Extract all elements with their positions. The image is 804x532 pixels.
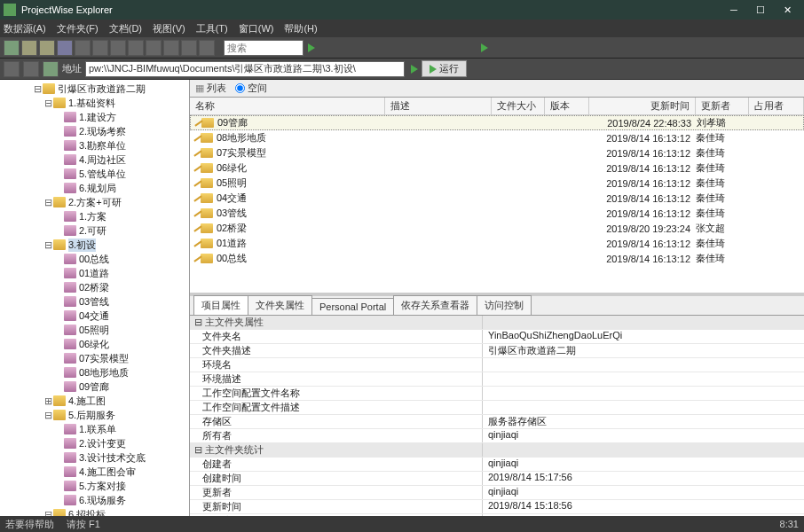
close-button[interactable]: ✕	[774, 0, 800, 20]
tree-node[interactable]: 5.管线单位	[0, 167, 189, 181]
list-row[interactable]: 08地形地质2019/8/14 16:13:12秦佳琦	[190, 130, 804, 145]
menu-item[interactable]: 工具(T)	[196, 22, 228, 35]
list-row[interactable]: 09管廊2019/8/24 22:48:33刘孝璐	[190, 115, 804, 130]
search-go-icon[interactable]	[308, 43, 315, 52]
tree-node[interactable]: 00总线	[0, 252, 189, 266]
prop-row[interactable]: 工作空间配置文件描述	[190, 401, 804, 415]
col-occ[interactable]: 占用者	[749, 98, 804, 114]
tree-node[interactable]: 09管廊	[0, 379, 189, 394]
tree-node[interactable]: 06绿化	[0, 337, 189, 351]
minimize-button[interactable]: ─	[721, 0, 747, 20]
tree-node[interactable]: ⊟引爆区市政道路二期	[0, 82, 189, 96]
tree-node[interactable]: 1.方案	[0, 209, 189, 223]
tree-node[interactable]: 02桥梁	[0, 280, 189, 294]
address-input[interactable]	[85, 61, 405, 77]
menu-item[interactable]: 帮助(H)	[284, 22, 317, 35]
prop-tab[interactable]: 项目属性	[193, 295, 248, 315]
expand-icon[interactable]: ⊞	[43, 395, 53, 407]
maximize-button[interactable]: ☐	[747, 0, 774, 20]
prop-tab[interactable]: 访问控制	[477, 295, 532, 315]
play-icon[interactable]	[481, 43, 488, 52]
tree-node[interactable]: 6.规划局	[0, 181, 189, 195]
tool-btn[interactable]	[57, 40, 73, 56]
menu-item[interactable]: 文档(D)	[109, 22, 142, 35]
expand-icon[interactable]: ⊟	[43, 98, 53, 109]
list-row[interactable]: 05照明2019/8/14 16:13:12秦佳琦	[190, 176, 804, 191]
tree-node[interactable]: ⊟5.后期服务	[0, 408, 189, 422]
tree-node[interactable]: 4.施工图会审	[0, 465, 189, 479]
col-size[interactable]: 文件大小	[492, 98, 545, 114]
expand-icon[interactable]: ⊟	[43, 197, 53, 208]
col-upd[interactable]: 更新时间	[589, 98, 696, 114]
tree-node[interactable]: 04交通	[0, 309, 189, 323]
tree-node[interactable]: ⊟1.基础资料	[0, 96, 189, 110]
prop-row[interactable]: 文件夹名YinBaoQuShiZhengDaoLuErQi	[190, 330, 804, 344]
nav-up-button[interactable]	[43, 61, 59, 77]
tree-node[interactable]: 3.勘察单位	[0, 138, 189, 153]
list-row[interactable]: 07实景模型2019/8/14 16:13:12秦佳琦	[190, 145, 804, 160]
tree-node[interactable]: ⊟2.方案+可研	[0, 195, 189, 209]
expand-icon[interactable]: ⊟	[32, 83, 43, 95]
menu-item[interactable]: 视图(V)	[153, 22, 185, 35]
tool-btn[interactable]	[110, 40, 126, 56]
prop-row[interactable]: 更新者qinjiaqi	[190, 486, 804, 500]
tree-node[interactable]: ⊞4.施工图	[0, 394, 189, 408]
tool-btn[interactable]	[39, 40, 55, 56]
expand-icon[interactable]: ⊟	[43, 239, 53, 251]
tool-btn[interactable]	[128, 40, 144, 56]
menu-item[interactable]: 窗口(W)	[239, 22, 274, 35]
tree-node[interactable]: 2.可研	[0, 223, 189, 238]
prop-tab[interactable]: 依存关系查看器	[393, 295, 477, 315]
tree-node[interactable]: 1.联系单	[0, 422, 189, 436]
list-row[interactable]: 03管线2019/8/14 16:13:12秦佳琦	[190, 206, 804, 221]
col-ver[interactable]: 版本	[545, 98, 589, 114]
prop-row[interactable]: 更新时间2019/8/14 15:18:56	[190, 500, 804, 514]
tree-node[interactable]: 08地形地质	[0, 365, 189, 379]
list-row[interactable]: 06绿化2019/8/14 16:13:12秦佳琦	[190, 160, 804, 176]
menu-item[interactable]: 数据源(A)	[4, 22, 46, 35]
tree-node[interactable]: 2.现场考察	[0, 124, 189, 138]
prop-row[interactable]: 创建者qinjiaqi	[190, 458, 804, 472]
prop-group[interactable]: ⊟ 主文件夹属性	[190, 316, 804, 330]
tree-node[interactable]: 05照明	[0, 323, 189, 337]
tree-node[interactable]: ⊟3.初设	[0, 238, 189, 252]
tool-btn[interactable]	[146, 40, 162, 56]
prop-row[interactable]: 环境名	[190, 358, 804, 372]
nav-fwd-button[interactable]	[23, 61, 39, 77]
tab-list[interactable]: ▦列表	[195, 82, 226, 95]
prop-row[interactable]: 所有者qinjiaqi	[190, 429, 804, 443]
prop-row[interactable]: 工作空间配置文件名称	[190, 387, 804, 401]
prop-row[interactable]: 创建时间2019/8/14 15:17:56	[190, 472, 804, 486]
tool-btn[interactable]	[75, 40, 91, 56]
tree-node[interactable]: 2.设计变更	[0, 436, 189, 450]
tree-node[interactable]: 3.设计技术交底	[0, 450, 189, 465]
run-button[interactable]: 运行	[422, 60, 467, 77]
tree-node[interactable]: 5.方案对接	[0, 479, 189, 493]
prop-row[interactable]: 环境描述	[190, 372, 804, 387]
tool-btn[interactable]	[21, 40, 37, 56]
prop-tab[interactable]: 文件夹属性	[248, 295, 312, 315]
tree-node[interactable]: 07实景模型	[0, 351, 189, 365]
col-desc[interactable]: 描述	[385, 98, 492, 114]
tab-space[interactable]: 空间	[235, 82, 267, 95]
prop-tab[interactable]: Personal Portal	[311, 298, 394, 315]
search-input[interactable]	[224, 40, 303, 56]
property-grid[interactable]: ⊟ 主文件夹属性文件夹名YinBaoQuShiZhengDaoLuErQi文件夹…	[190, 316, 804, 516]
prop-row[interactable]: 文件夹描述引爆区市政道路二期	[190, 344, 804, 358]
prop-row[interactable]: 存储区服务器存储区	[190, 415, 804, 429]
tree-node[interactable]: 6.现场服务	[0, 493, 189, 507]
list-row[interactable]: 04交通2019/8/14 16:13:12秦佳琦	[190, 191, 804, 206]
tool-btn[interactable]	[4, 40, 20, 56]
tree-node[interactable]: ⊟6.招投标	[0, 507, 189, 516]
tool-btn[interactable]	[92, 40, 108, 56]
list-row[interactable]: 01道路2019/8/14 16:13:12秦佳琦	[190, 236, 804, 251]
nav-back-button[interactable]	[4, 61, 20, 77]
col-updby[interactable]: 更新者	[696, 98, 749, 114]
go-icon[interactable]	[411, 65, 418, 74]
tool-btn[interactable]	[199, 40, 215, 56]
tree-node[interactable]: 03管线	[0, 294, 189, 309]
list-row[interactable]: 02桥梁2019/8/20 19:23:24张文超	[190, 221, 804, 236]
folder-tree[interactable]: ⊟引爆区市政道路二期⊟1.基础资料1.建设方2.现场考察3.勘察单位4.周边社区…	[0, 80, 190, 516]
prop-group[interactable]: ⊟ 主文件夹统计	[190, 443, 804, 458]
tool-btn[interactable]	[181, 40, 197, 56]
